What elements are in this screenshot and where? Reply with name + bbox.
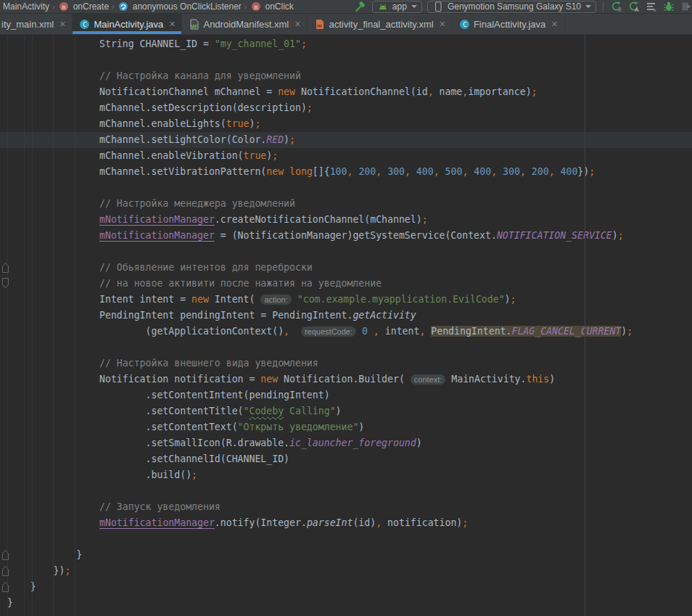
tab-mainactivity-java[interactable]: CMainActivity.java× — [73, 14, 182, 34]
toolbar-separator — [603, 1, 604, 12]
breadcrumb-item[interactable]: monClick — [250, 1, 293, 13]
device-selector-label: Genymotion Samsung Galaxy S10 — [448, 1, 581, 12]
code-line[interactable]: .setContentIntent(pendingIntent) — [0, 387, 692, 403]
manifest-icon: MF — [189, 19, 199, 30]
fold-marker-down-icon[interactable] — [1, 277, 9, 289]
code-line[interactable]: mChannel.setLightColor(Color.RED); — [0, 132, 692, 148]
svg-text:C: C — [83, 21, 86, 28]
right-margin-guide — [585, 35, 585, 616]
code-line[interactable]: .setChannelId(CHANNEL_ID) — [0, 451, 692, 467]
code-line[interactable] — [0, 531, 692, 547]
breadcrumb-item[interactable]: monCreate — [58, 1, 109, 13]
close-icon[interactable]: × — [59, 19, 65, 29]
code-line[interactable]: } — [0, 595, 692, 611]
indent-guide — [32, 35, 33, 616]
main-toolbar: MainActivity›monCreate›anonymous OnClick… — [0, 0, 692, 14]
code-line[interactable]: } — [0, 579, 692, 595]
code-line[interactable]: // Настройка канала для уведомлений — [0, 68, 692, 84]
breadcrumb-label: MainActivity — [3, 1, 49, 12]
code-line[interactable]: // Обьявление интентов для переброски — [0, 260, 692, 276]
tab-ity-main-xml[interactable]: ity_main.xml× — [0, 14, 73, 34]
code-editor[interactable]: String CHANNEL_ID = "my_channel_01"; // … — [0, 35, 692, 616]
svg-text:m: m — [254, 4, 258, 11]
close-icon[interactable]: × — [440, 19, 445, 29]
tab-label: MainActivity.java — [94, 19, 163, 30]
apply-code-changes-button[interactable]: A — [627, 1, 640, 13]
code-line[interactable] — [0, 340, 692, 356]
breadcrumb-label: onCreate — [73, 1, 109, 12]
tab-label: activity_final_acttivity.xml — [329, 19, 433, 30]
breadcrumb-item[interactable]: anonymous OnClickListener — [118, 1, 242, 13]
chevron-down-icon — [585, 5, 591, 8]
code-line[interactable]: mChannel.setVibrationPattern(new long[]{… — [0, 164, 692, 180]
code-line[interactable]: // на новое активити после нажатия на ув… — [0, 276, 692, 292]
svg-text:m: m — [62, 4, 65, 11]
module-selector[interactable]: app — [372, 1, 422, 13]
indent-guide — [24, 35, 25, 616]
stop-button[interactable] — [680, 1, 692, 13]
fold-marker-up-icon[interactable] — [1, 549, 9, 561]
code-line[interactable] — [0, 52, 692, 68]
code-line[interactable]: } — [0, 547, 692, 563]
breadcrumb-label: anonymous OnClickListener — [133, 1, 242, 12]
code-line[interactable]: NotificationChannel mChannel = new Notif… — [0, 84, 692, 100]
code-line[interactable]: }); — [0, 563, 692, 579]
breadcrumb: MainActivity›monCreate›anonymous OnClick… — [0, 1, 294, 13]
fold-marker-up-icon[interactable] — [1, 580, 9, 593]
editor-tab-bar: ity_main.xml×CMainActivity.java×MFAndroi… — [0, 14, 692, 35]
method-icon: m — [58, 1, 70, 13]
method-icon: m — [250, 1, 262, 13]
code-line[interactable]: Notification notification = new Notifica… — [0, 371, 692, 387]
code-line[interactable]: mChannel.enableLights(true); — [0, 116, 692, 132]
tab-androidmanifest-xml[interactable]: MFAndroidManifest.xml× — [182, 14, 308, 34]
code-line[interactable]: (getApplicationContext(), requestCode: 0… — [0, 324, 692, 340]
parameter-hint: context: — [411, 374, 446, 385]
tab-label: AndroidManifest.xml — [203, 19, 289, 30]
indent-guide — [75, 35, 75, 616]
code-line[interactable]: // Настройка внешнего вида уведомления — [0, 356, 692, 371]
code-line[interactable]: // Запуск уведомления — [0, 499, 692, 515]
tab-label: ity_main.xml — [1, 19, 54, 30]
breadcrumb-separator: › — [244, 2, 247, 11]
parameter-hint: requestCode: — [301, 327, 356, 337]
code-line[interactable] — [0, 483, 692, 499]
tab-activity-final-acttivity-xml[interactable]: activity_final_acttivity.xml× — [308, 14, 452, 34]
close-icon[interactable]: × — [294, 19, 300, 29]
fold-marker-up-icon[interactable] — [1, 261, 9, 274]
code-line[interactable]: Intent intent = new Intent( action: "com… — [0, 292, 692, 308]
build-button[interactable] — [355, 1, 367, 13]
debug-button[interactable] — [662, 1, 675, 13]
rerun-button[interactable] — [610, 1, 622, 13]
module-selector-label: app — [392, 1, 407, 12]
code-line[interactable] — [0, 244, 692, 260]
close-icon[interactable]: × — [551, 19, 557, 29]
svg-text:A: A — [635, 7, 639, 12]
svg-text:MF: MF — [191, 23, 197, 28]
code-line[interactable]: mNotificationManager.createNotificationC… — [0, 212, 692, 228]
code-line[interactable]: mNotificationManager.notify(Integer.pars… — [0, 515, 692, 531]
code-line[interactable]: mNotificationManager = (NotificationMana… — [0, 228, 692, 244]
code-line[interactable]: .setContentText("Открыть уведомление") — [0, 419, 692, 435]
code-line[interactable]: // Настройка менеджера уведомлений — [0, 196, 692, 212]
toolbar-run-area: appGenymotion Samsung Galaxy S10A — [355, 1, 692, 13]
device-selector[interactable]: Genymotion Samsung Galaxy S10 — [427, 1, 596, 13]
breadcrumb-separator: › — [52, 2, 55, 11]
android-icon — [377, 1, 390, 13]
code-line[interactable]: PendingIntent pendingIntent = PendingInt… — [0, 308, 692, 324]
svg-text:C: C — [463, 21, 466, 28]
close-icon[interactable]: × — [169, 19, 175, 29]
code-line[interactable]: .build(); — [0, 467, 692, 483]
breadcrumb-item[interactable]: MainActivity — [3, 1, 49, 12]
code-line[interactable]: String CHANNEL_ID = "my_channel_01"; — [0, 36, 692, 52]
code-area[interactable]: String CHANNEL_ID = "my_channel_01"; // … — [0, 36, 692, 611]
profiler-button[interactable] — [645, 1, 657, 13]
fold-marker-up-icon[interactable] — [1, 564, 9, 577]
code-line[interactable]: mChannel.enableVibration(true); — [0, 148, 692, 164]
ide-window: MainActivity›monCreate›anonymous OnClick… — [0, 0, 692, 616]
code-line[interactable]: .setContentTitle("Codeby Calling") — [0, 403, 692, 419]
parameter-hint: action: — [260, 295, 291, 305]
code-line[interactable]: .setSmallIcon(R.drawable.ic_launcher_for… — [0, 435, 692, 451]
tab-finalacttivity-java[interactable]: CFinalActtivity.java× — [453, 14, 565, 34]
code-line[interactable] — [0, 180, 692, 196]
code-line[interactable]: mChannel.setDescription(description); — [0, 100, 692, 116]
